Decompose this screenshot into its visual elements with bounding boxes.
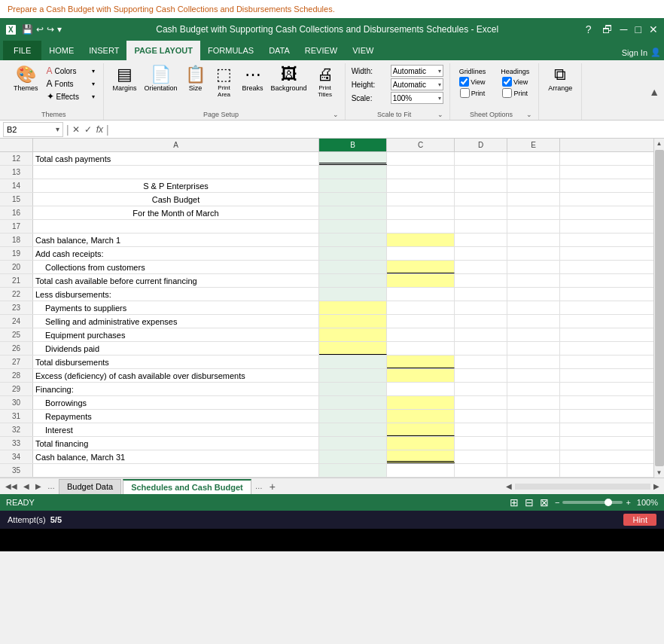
col-header-e[interactable]: E (507, 139, 560, 151)
cell-c23[interactable] (387, 301, 455, 314)
cell-b31[interactable] (319, 410, 387, 423)
tab-home[interactable]: HOME (41, 41, 81, 60)
cell-b12[interactable] (319, 152, 387, 165)
cell-e15[interactable] (507, 193, 560, 206)
cell-c20[interactable] (387, 261, 455, 273)
cell-a27[interactable]: Total disbursements (33, 356, 319, 368)
cell-e19[interactable] (507, 247, 560, 260)
sheet-nav-more[interactable]: … (45, 482, 57, 490)
cell-d26[interactable] (455, 342, 507, 355)
cell-b20[interactable] (319, 261, 387, 273)
cell-e33[interactable] (507, 437, 560, 450)
page-break-icon[interactable]: ⊠ (540, 496, 549, 508)
undo-icon[interactable]: ↩ (36, 24, 44, 35)
tab-review[interactable]: REVIEW (297, 41, 345, 60)
cell-d24[interactable] (455, 315, 507, 328)
tab-page-layout[interactable]: PAGE LAYOUT (126, 41, 200, 60)
themes-button[interactable]: 🎨 Themes (11, 65, 41, 93)
cell-e13[interactable] (507, 166, 560, 179)
background-button[interactable]: 🖼 Background (268, 65, 310, 93)
cell-b15[interactable] (319, 193, 387, 206)
cell-c17[interactable] (387, 220, 455, 233)
cell-b22[interactable] (319, 288, 387, 301)
cell-a31[interactable]: Repayments (33, 410, 319, 423)
zoom-track[interactable] (562, 501, 623, 504)
cell-d29[interactable] (455, 383, 507, 395)
cell-c35[interactable] (387, 464, 455, 477)
cell-e14[interactable] (507, 179, 560, 192)
fonts-button[interactable]: A Fonts ▾ (44, 78, 97, 90)
cell-a25[interactable]: Equipment purchases (33, 328, 319, 341)
sheet-nav-more2[interactable]: … (253, 482, 265, 490)
cell-a20[interactable]: Collections from customers (33, 261, 319, 273)
cell-c32[interactable] (387, 423, 455, 436)
col-header-c[interactable]: C (387, 139, 455, 151)
cell-a17[interactable] (33, 220, 319, 233)
cell-d25[interactable] (455, 328, 507, 341)
cell-b25[interactable] (319, 328, 387, 341)
cell-d28[interactable] (455, 369, 507, 382)
effects-button[interactable]: ✦ Effects ▾ (44, 90, 97, 102)
cell-b18[interactable] (319, 233, 387, 246)
minimize-button[interactable]: ─ (620, 23, 628, 35)
tab-file[interactable]: FILE (3, 41, 41, 60)
cell-c27[interactable] (387, 356, 455, 368)
cell-e20[interactable] (507, 261, 560, 273)
cell-e32[interactable] (507, 423, 560, 436)
cell-a30[interactable]: Borrowings (33, 396, 319, 409)
cell-d23[interactable] (455, 301, 507, 314)
cell-d33[interactable] (455, 437, 507, 450)
cell-d16[interactable] (455, 206, 507, 219)
tab-insert[interactable]: INSERT (81, 41, 126, 60)
cell-d19[interactable] (455, 247, 507, 260)
cell-c31[interactable] (387, 410, 455, 423)
vertical-scrollbar[interactable]: ▲ ▼ (653, 139, 664, 478)
cell-b21[interactable] (319, 274, 387, 287)
cell-e26[interactable] (507, 342, 560, 355)
cell-d21[interactable] (455, 274, 507, 287)
cell-a19[interactable]: Add cash receipts: (33, 247, 319, 260)
arrange-button[interactable]: ⧉ Arrange (545, 65, 575, 93)
scale-expand[interactable]: ⌄ (437, 111, 443, 118)
cell-a33[interactable]: Total financing (33, 437, 319, 450)
cell-d32[interactable] (455, 423, 507, 436)
tab-view[interactable]: VIEW (345, 41, 381, 60)
function-icon[interactable]: fx (96, 124, 103, 135)
sheet-nav-next[interactable]: ▶ (33, 482, 44, 490)
cell-d14[interactable] (455, 179, 507, 192)
cell-e18[interactable] (507, 233, 560, 246)
cell-e31[interactable] (507, 410, 560, 423)
redo-icon[interactable]: ↪ (47, 24, 54, 35)
cell-a21[interactable]: Total cash available before current fina… (33, 274, 319, 287)
col-header-d[interactable]: D (455, 139, 507, 151)
formula-input[interactable] (112, 122, 661, 137)
cell-a18[interactable]: Cash balance, March 1 (33, 233, 319, 246)
cell-b19[interactable] (319, 247, 387, 260)
cell-a13[interactable] (33, 166, 319, 179)
cell-e16[interactable] (507, 206, 560, 219)
cell-b13[interactable] (319, 166, 387, 179)
sheet-nav-prev[interactable]: ◀ (21, 482, 32, 490)
orientation-button[interactable]: 📄 Orientation (142, 65, 181, 93)
h-scroll-right[interactable]: ▶ (652, 482, 661, 490)
cell-a23[interactable]: Payments to suppliers (33, 301, 319, 314)
cell-b27[interactable] (319, 356, 387, 368)
cell-a34[interactable]: Cash balance, March 31 (33, 450, 319, 463)
cell-e24[interactable] (507, 315, 560, 328)
cell-b28[interactable] (319, 369, 387, 382)
cell-c28[interactable] (387, 369, 455, 382)
breaks-button[interactable]: ⋯ Breaks (239, 65, 267, 93)
cell-b35[interactable] (319, 464, 387, 477)
cell-e28[interactable] (507, 369, 560, 382)
cell-e25[interactable] (507, 328, 560, 341)
gridlines-view-checkbox[interactable] (459, 77, 469, 87)
colors-button[interactable]: A Colors ▾ (44, 65, 97, 77)
cell-b16[interactable] (319, 206, 387, 219)
cell-a29[interactable]: Financing: (33, 383, 319, 395)
cell-a16[interactable]: For the Month of March (33, 206, 319, 219)
save-icon[interactable]: 💾 (22, 24, 33, 35)
cell-d12[interactable] (455, 152, 507, 165)
cell-c25[interactable] (387, 328, 455, 341)
cell-c16[interactable] (387, 206, 455, 219)
print-titles-button[interactable]: 🖨 PrintTitles (312, 65, 339, 99)
